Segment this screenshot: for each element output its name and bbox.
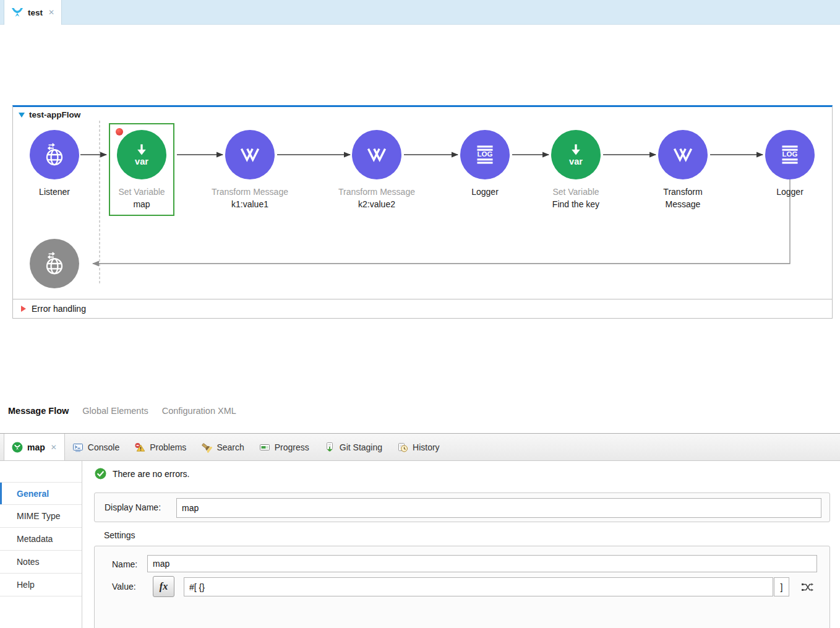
sidebar-item-general[interactable]: General <box>0 482 82 505</box>
flow-component-set-variable-map[interactable]: var Set Variable map <box>98 130 185 210</box>
close-icon[interactable]: ✕ <box>51 443 57 452</box>
component-label: Transform Message <box>653 186 713 210</box>
editor-mode-tabs: Message Flow Global Elements Configurati… <box>8 406 236 416</box>
display-name-group: Display Name: <box>94 493 830 522</box>
transform-message-icon <box>225 130 275 179</box>
history-icon <box>397 442 408 453</box>
svg-text:var: var <box>569 157 583 166</box>
editor-tab-test[interactable]: test ✕ <box>4 0 62 25</box>
value-close-bracket: ] <box>774 577 789 596</box>
flow-component-transform-1[interactable]: Transform Message k1:value1 <box>207 130 293 210</box>
flow-component-transform-2[interactable]: Transform Message k2:value2 <box>333 130 420 210</box>
sidebar-item-metadata[interactable]: Metadata <box>0 528 82 551</box>
display-name-input[interactable] <box>176 498 821 518</box>
expression-mapping-icon <box>801 581 813 593</box>
flow-body: Listener var Set Variable map <box>13 107 832 299</box>
component-name-label: map <box>98 198 185 210</box>
transform-message-icon <box>352 130 401 179</box>
component-label: Logger <box>442 186 528 198</box>
view-tab-label: History <box>413 442 440 452</box>
component-name-label: Find the key <box>533 198 619 210</box>
globe-icon <box>30 130 79 179</box>
settings-group: Name: Value: fx ] <box>94 546 830 628</box>
properties-panel: General MIME Type Metadata Notes Help Th… <box>0 461 840 628</box>
anypoint-studio-window: test ✕ test-appFlow <box>0 0 840 628</box>
component-name-label: k1:value1 <box>207 198 293 210</box>
transform-message-icon <box>658 130 708 179</box>
view-tab-search[interactable]: Search <box>194 434 251 460</box>
logger-icon: LOG <box>765 130 815 179</box>
view-tab-label: Progress <box>275 442 309 452</box>
properties-content: There are no errors. Display Name: Setti… <box>82 461 840 628</box>
component-label: Listener <box>11 186 98 198</box>
check-icon <box>95 468 106 480</box>
progress-icon <box>259 442 270 453</box>
value-input[interactable] <box>184 577 773 596</box>
view-tab-progress[interactable]: Progress <box>252 434 317 460</box>
error-collapsed-icon[interactable] <box>21 306 26 312</box>
editor-tab-label: test <box>28 8 43 17</box>
flow-component-logger-1[interactable]: LOG Logger <box>442 130 528 198</box>
component-label: Logger <box>747 186 833 198</box>
tab-configuration-xml[interactable]: Configuration XML <box>162 406 236 416</box>
close-icon[interactable]: ✕ <box>48 8 54 17</box>
component-name-label: k2:value2 <box>333 198 420 210</box>
flow-component-logger-2[interactable]: LOG Logger <box>747 130 833 198</box>
view-tab-label: map <box>27 442 45 452</box>
flow-component-set-variable-find[interactable]: var Set Variable Find the key <box>533 130 619 210</box>
svg-text:LOG: LOG <box>478 150 493 158</box>
view-tab-history[interactable]: History <box>390 434 447 460</box>
view-tab-label: Search <box>216 442 244 452</box>
editor-tabbar: test ✕ <box>0 0 840 25</box>
view-tab-git-staging[interactable]: Git Staging <box>317 434 390 460</box>
flow-header: test-appFlow <box>19 110 80 119</box>
flow-collapse-icon[interactable] <box>19 113 25 118</box>
validation-status: There are no errors. <box>95 468 190 480</box>
flow-container: test-appFlow <box>12 105 833 319</box>
git-staging-icon <box>324 442 335 453</box>
globe-icon <box>30 239 79 288</box>
flow-component-listener[interactable]: Listener <box>11 130 98 198</box>
search-icon <box>201 442 212 453</box>
svg-text:var: var <box>135 157 148 166</box>
breakpoint-icon[interactable] <box>116 128 123 135</box>
view-tab-label: Console <box>88 442 119 452</box>
problems-icon <box>134 442 145 453</box>
error-handling-section[interactable]: Error handling <box>13 299 832 318</box>
tab-message-flow[interactable]: Message Flow <box>8 406 69 416</box>
view-tab-console[interactable]: Console <box>65 434 127 460</box>
sidebar-item-notes[interactable]: Notes <box>0 551 82 574</box>
value-label: Value: <box>112 582 136 591</box>
expression-mapping-button[interactable] <box>797 577 816 596</box>
flow-name: test-appFlow <box>29 110 80 119</box>
view-tab-map[interactable]: map ✕ <box>4 434 65 460</box>
component-type-label: Transform Message <box>207 186 293 198</box>
name-input[interactable] <box>147 555 817 572</box>
settings-section-label: Settings <box>104 530 135 540</box>
component-type-label: Set Variable <box>533 186 619 198</box>
flow-component-transform-3[interactable]: Transform Message <box>640 130 726 210</box>
console-icon <box>72 442 84 453</box>
sidebar-item-mime-type[interactable]: MIME Type <box>0 505 82 528</box>
error-handling-label: Error handling <box>32 304 86 314</box>
set-variable-icon: var <box>117 130 166 179</box>
name-label: Name: <box>112 559 137 569</box>
logger-icon: LOG <box>460 130 510 179</box>
status-message: There are no errors. <box>113 469 190 479</box>
component-type-label: Transform Message <box>333 186 420 198</box>
view-tab-label: Git Staging <box>340 442 382 452</box>
sidebar-item-help[interactable]: Help <box>0 574 82 596</box>
set-variable-icon: var <box>551 130 601 179</box>
mule-properties-icon <box>12 442 23 453</box>
svg-text:LOG: LOG <box>782 150 798 158</box>
view-tab-label: Problems <box>150 442 186 452</box>
mule-bird-icon <box>11 7 24 17</box>
views-tabbar: map ✕ Console <box>0 434 840 461</box>
properties-sidebar: General MIME Type Metadata Notes Help <box>0 461 82 628</box>
fx-button[interactable]: fx <box>153 576 174 597</box>
component-type-label: Set Variable <box>98 186 185 198</box>
view-tab-problems[interactable]: Problems <box>127 434 194 460</box>
bottom-panel: map ✕ Console <box>0 433 840 628</box>
flow-component-listener-response[interactable] <box>30 239 79 288</box>
tab-global-elements[interactable]: Global Elements <box>82 406 148 416</box>
